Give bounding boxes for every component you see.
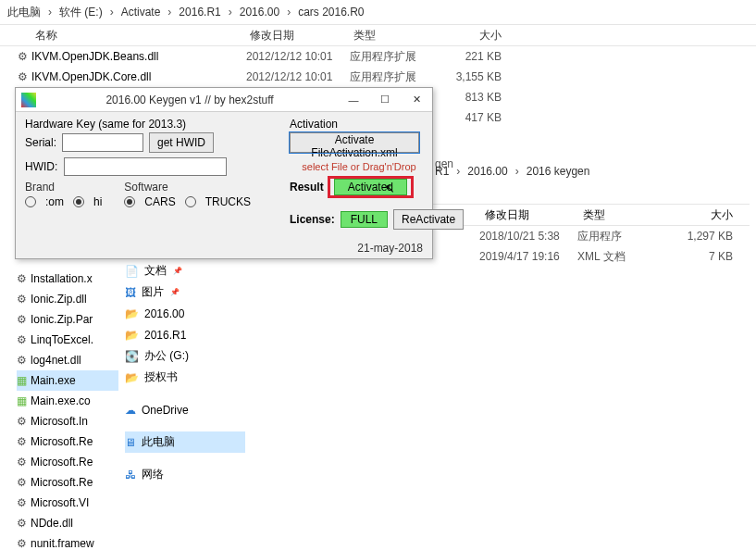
col-name[interactable]: 名称 [31, 28, 246, 44]
file-name: Ionic.Zip.dll [31, 293, 87, 306]
titlebar[interactable]: 2016.00 Keygen v1 // by hex2stuff — ☐ ✕ [16, 88, 432, 112]
sub-col-date[interactable]: 修改日期 [479, 207, 577, 223]
brand-radio-1[interactable] [73, 196, 84, 207]
nav-item[interactable]: OneDrive [125, 399, 245, 420]
file-row[interactable]: Main.exe.co [17, 391, 118, 411]
dll-icon [13, 70, 31, 83]
sw-radio-cars[interactable] [124, 196, 135, 207]
nav-item[interactable]: 图片 [125, 281, 245, 303]
file-name: Microsoft.Re [31, 476, 93, 489]
file-row[interactable]: NDde.dll [17, 513, 118, 533]
file-row[interactable]: nunit.framew [17, 533, 118, 550]
file-name: Microsoft.In [31, 415, 88, 428]
dll-icon [17, 517, 27, 530]
doc-icon [125, 265, 139, 278]
nav-item[interactable]: 2016.R1 [125, 324, 245, 345]
file-row[interactable]: Microsoft.VI [17, 493, 118, 513]
nav-item[interactable]: 2016.00 [125, 303, 245, 324]
maximize-button[interactable]: ☐ [369, 90, 401, 110]
sub-col-type[interactable]: 类型 [577, 207, 675, 223]
dll-icon [17, 313, 27, 326]
sub-type: 应用程序 [577, 229, 675, 244]
close-button[interactable]: ✕ [401, 90, 432, 110]
sw-radio-trucks[interactable] [185, 196, 196, 207]
file-row[interactable]: Microsoft.Re [17, 452, 118, 472]
get-hwid-button[interactable]: get HWID [149, 132, 214, 153]
exe-icon [17, 394, 27, 407]
file-name: Microsoft.VI [31, 496, 89, 509]
file-row[interactable]: Main.exe [17, 370, 118, 391]
file-name: Main.exe.co [31, 394, 91, 407]
app-icon [21, 93, 36, 107]
file-size: 813 KB [446, 91, 513, 104]
file-row[interactable]: IKVM.OpenJDK.Core.dll 2012/12/12 10:01 应… [0, 67, 756, 87]
dll-icon [17, 456, 27, 469]
file-name: LinqToExcel. [31, 333, 93, 346]
file-row[interactable]: Installation.x [17, 269, 118, 289]
dll-icon [17, 435, 27, 448]
activate-file-button[interactable]: Activate FileActivation.xml [290, 132, 419, 153]
file-name: log4net.dll [31, 354, 81, 367]
file-row[interactable]: Microsoft.Re [17, 472, 118, 493]
nav-label: 2016.R1 [144, 329, 186, 342]
bc-2[interactable]: Activate [121, 6, 161, 19]
sw-opt-cars: CARS [144, 195, 175, 208]
sub-bc-1[interactable]: 2016.00 [467, 165, 507, 178]
minimize-button[interactable]: — [338, 90, 369, 110]
file-row[interactable]: Ionic.Zip.Par [17, 309, 118, 330]
brand-opt-0: :om [45, 195, 64, 208]
file-name: Installation.x [31, 272, 93, 285]
col-size[interactable]: 大小 [446, 28, 513, 44]
file-row[interactable]: LinqToExcel. [17, 330, 118, 350]
bc-5[interactable]: cars 2016.R0 [298, 6, 364, 19]
file-row[interactable]: IKVM.OpenJDK.Beans.dll 2012/12/12 10:01 … [0, 46, 756, 67]
breadcrumb[interactable]: 此电脑 软件 (E:) Activate 2016.R1 2016.00 car… [0, 0, 756, 24]
nav-item[interactable]: 网络 [125, 464, 245, 485]
dll-icon [17, 537, 27, 550]
result-highlight: Activated ↖ [328, 176, 414, 198]
nav-item[interactable]: 此电脑 [125, 431, 245, 453]
dll-icon [17, 333, 27, 346]
brand-opt-1: hi [93, 195, 102, 208]
file-name: IKVM.OpenJDK.Beans.dll [31, 50, 246, 63]
dll-icon [17, 272, 27, 285]
bc-3[interactable]: 2016.R1 [179, 6, 220, 19]
dll-icon [13, 50, 31, 63]
serial-input[interactable] [62, 133, 143, 152]
file-size: 221 KB [446, 50, 513, 63]
brand-radio-0[interactable] [25, 196, 36, 207]
software-label: Software [124, 181, 251, 194]
sub-date: 2018/10/21 5:38 [479, 230, 577, 243]
net-icon [125, 469, 136, 481]
nav-item[interactable]: 文档 [125, 260, 245, 281]
bc-1[interactable]: 软件 (E:) [59, 5, 103, 20]
dll-icon [17, 415, 27, 428]
nav-label: 授权书 [144, 369, 178, 385]
col-date[interactable]: 修改日期 [246, 28, 350, 44]
file-row[interactable]: Microsoft.In [17, 411, 118, 431]
pic-icon [125, 286, 136, 299]
nav-item[interactable]: 办公 (G:) [125, 345, 245, 367]
bc-0[interactable]: 此电脑 [7, 5, 41, 20]
nav-label: 此电脑 [142, 434, 175, 450]
col-type[interactable]: 类型 [350, 28, 446, 44]
hwid-input[interactable] [64, 157, 227, 176]
file-row[interactable]: Microsoft.Re [17, 431, 118, 452]
bc-4[interactable]: 2016.00 [240, 6, 279, 19]
nav-item[interactable]: 授权书 [125, 367, 245, 388]
exe-icon [17, 374, 27, 387]
file-row[interactable]: log4net.dll [17, 350, 118, 370]
sub-col-size[interactable]: 大小 [675, 207, 742, 223]
nav-label: 文档 [144, 263, 167, 279]
sub-size: 1,297 KB [675, 230, 742, 243]
column-header[interactable]: 名称 修改日期 类型 大小 [0, 24, 756, 46]
folder-y-icon [125, 307, 139, 320]
sub-bc-0[interactable]: R1 [435, 165, 449, 178]
sub-bc-2[interactable]: 2016 keygen [527, 165, 590, 178]
brand-label: Brand [25, 181, 102, 194]
keygen-dialog[interactable]: 2016.00 Keygen v1 // by hex2stuff — ☐ ✕ … [15, 87, 433, 259]
file-name: Microsoft.Re [31, 456, 93, 469]
dll-icon [17, 293, 27, 306]
file-row[interactable]: Ionic.Zip.dll [17, 289, 118, 309]
reactivate-button[interactable]: ReActivate [393, 209, 464, 230]
